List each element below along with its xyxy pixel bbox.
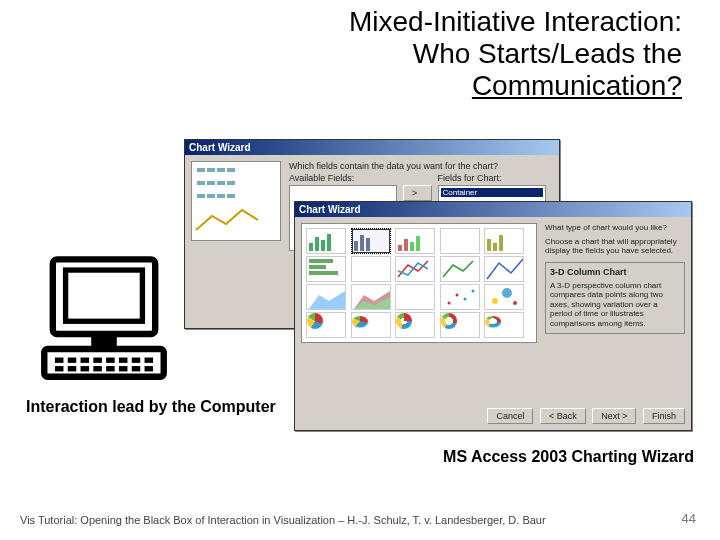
- chart-type-option[interactable]: [484, 284, 524, 310]
- chart-type-option[interactable]: [395, 228, 435, 254]
- chart-type-description-box: 3-D Column Chart A 3-D perspective colum…: [545, 262, 685, 334]
- chart-type-option[interactable]: [306, 228, 346, 254]
- chart-type-option[interactable]: [306, 284, 346, 310]
- svg-rect-13: [68, 366, 77, 371]
- chart-type-option[interactable]: [440, 256, 480, 282]
- move-right-button[interactable]: >: [403, 185, 432, 201]
- wizard-front-titlebar: Chart Wizard: [295, 202, 691, 217]
- available-fields-label: Available Fields:: [289, 173, 397, 183]
- footer-citation: Vis Tutorial: Opening the Black Box of I…: [20, 514, 546, 526]
- slide: Mixed-Initiative Interaction: Who Starts…: [0, 0, 720, 540]
- svg-point-28: [502, 288, 512, 298]
- svg-point-23: [447, 302, 450, 305]
- wizard-back-prompt: Which fields contain the data you want f…: [289, 161, 553, 171]
- chart-type-option-selected[interactable]: [351, 228, 391, 254]
- svg-rect-4: [55, 358, 64, 363]
- wizard-front-hint: Choose a chart that will appropriately d…: [545, 237, 685, 256]
- svg-rect-16: [106, 366, 115, 371]
- svg-rect-6: [81, 358, 90, 363]
- chart-type-option[interactable]: [395, 312, 435, 338]
- svg-rect-2: [91, 336, 117, 347]
- chart-type-option[interactable]: [306, 312, 346, 338]
- wizard-front-window: Chart Wizard: [294, 201, 692, 431]
- chart-type-option[interactable]: [351, 312, 391, 338]
- svg-rect-15: [93, 366, 102, 371]
- svg-rect-11: [145, 358, 154, 363]
- svg-rect-1: [66, 270, 143, 321]
- chart-type-option[interactable]: [395, 284, 435, 310]
- chart-type-option[interactable]: [395, 256, 435, 282]
- svg-point-26: [471, 290, 474, 293]
- slide-title: Mixed-Initiative Interaction: Who Starts…: [182, 6, 682, 103]
- svg-rect-17: [119, 366, 128, 371]
- next-button[interactable]: Next >: [592, 408, 636, 424]
- chart-type-option[interactable]: [484, 312, 524, 338]
- interaction-caption: Interaction lead by the Computer: [26, 398, 276, 416]
- chart-type-option[interactable]: [440, 228, 480, 254]
- chart-type-option[interactable]: [351, 284, 391, 310]
- svg-rect-12: [55, 366, 64, 371]
- page-number: 44: [682, 511, 696, 526]
- wizard-front-question: What type of chart would you like?: [545, 223, 685, 233]
- svg-rect-14: [81, 366, 90, 371]
- computer-icon: [40, 252, 168, 382]
- title-line-1: Mixed-Initiative Interaction:: [349, 6, 682, 37]
- finish-button[interactable]: Finish: [643, 408, 685, 424]
- svg-marker-20: [309, 291, 345, 309]
- svg-point-25: [463, 298, 466, 301]
- chart-type-grid: [301, 223, 537, 343]
- chart-type-option[interactable]: [484, 256, 524, 282]
- svg-rect-7: [93, 358, 102, 363]
- wizard-caption: MS Access 2003 Charting Wizard: [443, 448, 694, 466]
- chart-type-option[interactable]: [351, 256, 391, 282]
- wizard-front-right-panel: What type of chart would you like? Choos…: [545, 223, 685, 343]
- svg-point-27: [492, 298, 498, 304]
- title-line-2: Who Starts/Leads the: [413, 38, 682, 69]
- wizard-back-titlebar: Chart Wizard: [185, 140, 559, 155]
- svg-rect-8: [106, 358, 115, 363]
- chart-type-option[interactable]: [440, 284, 480, 310]
- svg-rect-5: [68, 358, 77, 363]
- back-button[interactable]: < Back: [540, 408, 586, 424]
- svg-point-24: [455, 294, 458, 297]
- svg-point-29: [513, 301, 517, 305]
- title-line-3: Communication?: [472, 70, 682, 101]
- selected-field-item[interactable]: Container: [441, 188, 543, 197]
- chart-type-description-body: A 3-D perspective column chart compares …: [550, 281, 680, 329]
- chart-fields-label: Fields for Chart:: [438, 173, 546, 183]
- svg-rect-9: [119, 358, 128, 363]
- cancel-button[interactable]: Cancel: [487, 408, 533, 424]
- chart-type-description-title: 3-D Column Chart: [550, 267, 680, 278]
- wizard-back-sample-chart: [191, 161, 281, 241]
- svg-rect-10: [132, 358, 141, 363]
- wizard-front-button-bar: Cancel < Back Next > Finish: [301, 408, 685, 424]
- chart-type-option[interactable]: [306, 256, 346, 282]
- svg-rect-18: [132, 366, 141, 371]
- svg-rect-19: [145, 366, 154, 371]
- chart-type-option[interactable]: [440, 312, 480, 338]
- chart-type-option[interactable]: [484, 228, 524, 254]
